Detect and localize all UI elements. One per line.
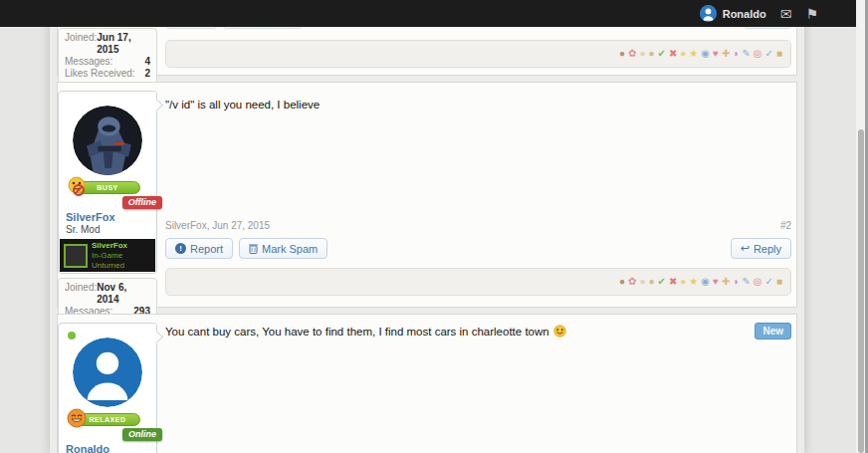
- rating-useful-icon[interactable]: ✚: [722, 49, 730, 59]
- rating-thumbs-down-icon[interactable]: ●: [648, 49, 654, 59]
- rating-thumbs-down-icon[interactable]: ●: [648, 277, 654, 287]
- mark-spam-button[interactable]: Mark Spam: [239, 238, 327, 259]
- rating-friendly-icon[interactable]: ♥: [713, 277, 719, 287]
- post2-author-date[interactable]: SilverFox, Jun 27, 2015: [165, 220, 270, 231]
- rating-rose-icon[interactable]: ✿: [628, 49, 636, 59]
- rating-artistic-icon[interactable]: ✎: [742, 277, 750, 287]
- trash-icon: [249, 243, 258, 254]
- smiley-icon: [553, 325, 566, 338]
- rating-informative-icon[interactable]: ◉: [701, 277, 710, 287]
- post2-number-link[interactable]: #2: [780, 220, 791, 231]
- post2-rating-bar: ●✿●●✔✖●★◉♥✚◗✎◎✓■: [165, 268, 791, 296]
- report-button[interactable]: !Report: [165, 238, 233, 259]
- post2-message-text: "/v id" is all you need, I believe: [165, 99, 791, 111]
- scrollbar-thumb[interactable]: [858, 129, 864, 453]
- rating-useful-icon[interactable]: ✚: [722, 277, 730, 287]
- status-pill-relaxed[interactable]: RELAXED: [75, 413, 140, 426]
- post1-user-details: Joined:Jun 17, 2015 Messages:4 Likes Rec…: [58, 28, 157, 85]
- post-2: BUSY Offline SilverFox Sr. Mod SilverFox…: [57, 82, 797, 308]
- rating-optimistic-icon[interactable]: ◎: [754, 277, 762, 287]
- inbox-envelope-icon[interactable]: ✉: [780, 7, 792, 21]
- steam-name: SilverFox: [92, 241, 127, 251]
- rating-artistic-icon[interactable]: ✎: [742, 49, 750, 59]
- rating-poop-icon[interactable]: ●: [619, 49, 625, 59]
- rating-friendly-icon[interactable]: ♥: [713, 49, 719, 59]
- username-link[interactable]: SilverFox: [66, 211, 115, 223]
- rating-box-icon[interactable]: ■: [776, 49, 782, 59]
- reply-button[interactable]: ↩Reply: [731, 238, 791, 259]
- rating-disagree-icon[interactable]: ✖: [669, 49, 677, 59]
- status-pill-label: BUSY: [97, 184, 117, 191]
- account-username: Ronaldo: [723, 8, 766, 20]
- post3-message-column: You cant buy cars, You have to find them…: [165, 315, 796, 453]
- ronaldo-avatar[interactable]: [73, 338, 142, 407]
- steam-status-banner[interactable]: SilverFox In-Game Unturned: [60, 239, 155, 272]
- post3-message-text: You cant buy cars, You have to find them…: [165, 326, 549, 338]
- post3-user-column: RELAXED Online Ronaldo Citizen: [58, 315, 157, 453]
- post-3: RELAXED Online Ronaldo Citizen You cant …: [57, 314, 797, 453]
- rating-box-icon[interactable]: ■: [776, 277, 782, 287]
- joined-value: Jun 17, 2015: [97, 32, 150, 56]
- user-title: Sr. Mod: [66, 224, 100, 235]
- steam-avatar-frame: [64, 244, 88, 268]
- status-pill-busy[interactable]: BUSY: [75, 181, 140, 194]
- rating-optimistic-icon[interactable]: ◎: [754, 49, 762, 59]
- busy-emoji-icon: [67, 176, 87, 196]
- rating-creative-icon[interactable]: ◗: [733, 49, 739, 59]
- likes-label: Likes Received:: [65, 68, 135, 80]
- post1-rating-bar: ●✿●●✔✖●★◉♥✚◗✎◎✓■: [165, 40, 791, 68]
- rating-disagree-icon[interactable]: ✖: [669, 277, 677, 287]
- rating-helpful-icon[interactable]: ✓: [765, 49, 773, 59]
- offline-badge: Offline: [122, 196, 162, 209]
- joined-label: Joined:: [65, 32, 97, 56]
- rating-thumbs-up-icon[interactable]: ●: [639, 49, 645, 59]
- reply-arrow-icon: ↩: [741, 242, 750, 255]
- thread-page: Joined:Jun 17, 2015 Messages:4 Likes Rec…: [50, 0, 804, 453]
- account-avatar: [700, 5, 717, 22]
- relaxed-emoji-icon: [67, 408, 87, 428]
- post2-user-card: BUSY Offline SilverFox Sr. Mod SilverFox…: [58, 91, 157, 274]
- status-pill-label: RELAXED: [90, 416, 126, 423]
- rating-neutral-icon[interactable]: ●: [680, 49, 686, 59]
- rating-informative-icon[interactable]: ◉: [701, 49, 710, 59]
- joined-value: Nov 6, 2014: [97, 282, 150, 306]
- username-link[interactable]: Ronaldo: [66, 443, 109, 453]
- post2-user-column: BUSY Offline SilverFox Sr. Mod SilverFox…: [58, 83, 157, 307]
- new-post-badge: New: [755, 323, 791, 340]
- rating-winner-icon[interactable]: ★: [689, 277, 698, 287]
- page-scrollbar[interactable]: [856, 0, 868, 453]
- rating-rose-icon[interactable]: ✿: [628, 277, 636, 287]
- rating-winner-icon[interactable]: ★: [689, 49, 698, 59]
- alerts-flag-icon[interactable]: ⚑: [805, 7, 818, 21]
- rating-agree-icon[interactable]: ✔: [658, 277, 666, 287]
- report-icon: !: [175, 243, 186, 254]
- top-navbar: Ronaldo ✉ ⚑: [0, 0, 856, 27]
- joined-label: Joined:: [65, 282, 97, 306]
- online-dot-icon: [68, 332, 76, 340]
- rating-neutral-icon[interactable]: ●: [680, 277, 686, 287]
- rating-creative-icon[interactable]: ◗: [733, 277, 739, 287]
- post2-message-column: "/v id" is all you need, I believe Silve…: [165, 83, 796, 307]
- online-badge: Online: [122, 428, 162, 441]
- rating-helpful-icon[interactable]: ✓: [765, 277, 773, 287]
- steam-game: Unturned: [92, 261, 127, 271]
- likes-value: 2: [144, 68, 150, 80]
- account-menu[interactable]: Ronaldo: [700, 5, 766, 22]
- post3-user-card: RELAXED Online Ronaldo Citizen: [58, 323, 157, 453]
- rating-thumbs-up-icon[interactable]: ●: [639, 277, 645, 287]
- silverfox-avatar[interactable]: [73, 106, 142, 175]
- steam-state: In-Game: [92, 251, 127, 261]
- rating-agree-icon[interactable]: ✔: [658, 49, 666, 59]
- rating-poop-icon[interactable]: ●: [619, 277, 625, 287]
- messages-label: Messages:: [65, 56, 112, 68]
- messages-value: 4: [144, 56, 150, 68]
